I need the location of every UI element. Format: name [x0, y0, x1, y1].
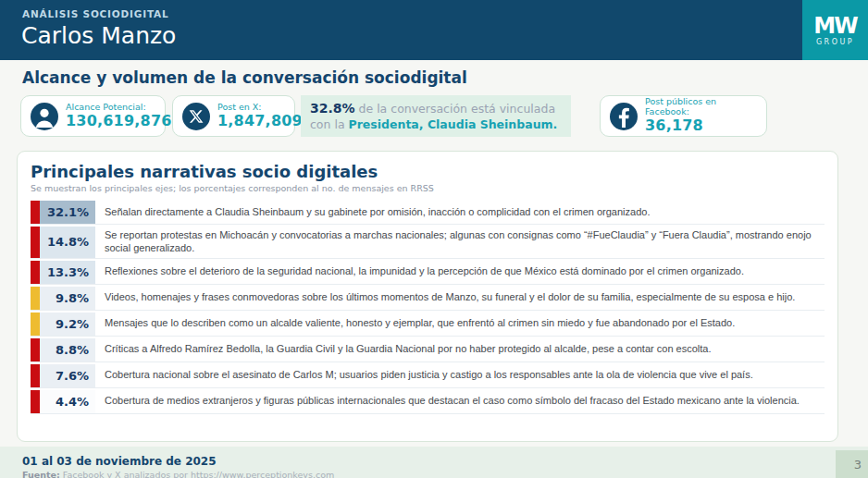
narrative-row: 9.8% Videos, homenajes y frases conmoved…: [31, 287, 825, 311]
stat-card-facebook: Post públicos en Facebook: 36,178: [600, 95, 767, 137]
highlight-callout: 32.8% de la conversación está vinculada …: [301, 95, 571, 137]
source-label: Fuente:: [22, 470, 60, 478]
narrative-color-bar: [31, 287, 40, 310]
narrative-color-bar: [31, 201, 40, 224]
narrative-color-bar: [31, 338, 40, 362]
narrative-percent: 9.8%: [40, 287, 95, 310]
narrative-percent: 7.6%: [40, 364, 95, 387]
narrative-text: Señalan directamente a Claudia Sheinbaum…: [95, 201, 825, 224]
narratives-subtitle: Se muestran los principales ejes; los po…: [31, 183, 825, 193]
narrative-row: 14.8% Se reportan protestas en Michoacán…: [31, 227, 825, 259]
stat-value: 1,847,809: [217, 113, 303, 129]
header-bar: ANÁLISIS SOCIODIGITAL Carlos Manzo MW GR…: [0, 0, 868, 60]
page-title: Carlos Manzo: [21, 22, 176, 49]
narrative-percent: 14.8%: [40, 227, 95, 258]
narrative-row: 13.3% Reflexiones sobre el deterioro de …: [31, 261, 825, 285]
narrative-text: Mensajes que lo describen como un alcald…: [95, 313, 825, 336]
narratives-list: 32.1% Señalan directamente a Claudia She…: [31, 201, 825, 414]
narrative-text: Reflexiones sobre el deterioro de la seg…: [95, 261, 825, 284]
logo-text: MW: [813, 15, 856, 37]
stat-card-alcance: Alcance Potencial: 130,619,876: [20, 95, 166, 137]
section-title: Alcance y volumen de la conversación soc…: [22, 68, 467, 87]
narrative-color-bar: [31, 364, 40, 387]
stat-card-x-posts: Post en X: 1,847,809: [172, 95, 295, 137]
narrative-percent: 8.8%: [40, 338, 95, 362]
highlight-percent: 32.8%: [310, 101, 355, 116]
header-kicker: ANÁLISIS SOCIODIGITAL: [22, 8, 168, 19]
page-number: 3: [854, 458, 862, 472]
narrative-text: Críticas a Alfredo Ramírez Bedolla, la G…: [95, 338, 825, 362]
narrative-percent: 9.2%: [40, 313, 95, 336]
highlight-bold-text: Presidenta, Claudia Sheinbaum.: [349, 117, 558, 131]
narrative-row: 8.8% Críticas a Alfredo Ramírez Bedolla,…: [31, 338, 825, 362]
narrative-percent: 4.4%: [40, 390, 95, 413]
x-icon: [182, 103, 210, 130]
narrative-row: 4.4% Cobertura de medios extranjeros y f…: [31, 390, 825, 414]
mw-group-logo: MW GROUP: [802, 0, 868, 60]
narrative-percent: 13.3%: [40, 261, 95, 284]
page-number-box: 3: [836, 450, 868, 478]
stat-label: Post públicos en Facebook:: [645, 97, 757, 117]
narrative-color-bar: [31, 390, 40, 413]
narratives-panel: Principales narrativas socio digitales S…: [17, 151, 838, 442]
narrative-text: Cobertura nacional sobre el asesinato de…: [95, 364, 825, 387]
source-line: Fuente: Facebook y X analizados por http…: [22, 470, 334, 478]
narrative-text: Se reportan protestas en Michoacán y con…: [95, 227, 825, 258]
stat-value: 130,619,876: [66, 113, 172, 129]
narrative-color-bar: [31, 313, 40, 336]
source-text: Facebook y X analizados por https://www.…: [60, 470, 334, 478]
narrative-row: 32.1% Señalan directamente a Claudia She…: [31, 201, 825, 225]
slide-page: ANÁLISIS SOCIODIGITAL Carlos Manzo MW GR…: [0, 0, 868, 478]
narrative-text: Cobertura de medios extranjeros y figura…: [95, 390, 825, 413]
narrative-row: 7.6% Cobertura nacional sobre el asesina…: [31, 364, 825, 388]
narrative-color-bar: [31, 261, 40, 284]
narratives-title: Principales narrativas socio digitales: [31, 162, 825, 181]
person-icon: [31, 103, 58, 130]
stat-value: 36,178: [645, 117, 757, 134]
facebook-icon: [610, 103, 638, 130]
narrative-percent: 32.1%: [40, 201, 95, 224]
date-range: 01 al 03 de noviembre de 2025: [22, 455, 217, 468]
logo-subtext: GROUP: [816, 38, 854, 46]
footer-bar: 01 al 03 de noviembre de 2025 Fuente: Fa…: [0, 447, 868, 478]
narrative-color-bar: [31, 227, 40, 258]
narrative-text: Videos, homenajes y frases conmovedoras …: [95, 287, 825, 310]
narrative-row: 9.2% Mensajes que lo describen como un a…: [31, 313, 825, 337]
